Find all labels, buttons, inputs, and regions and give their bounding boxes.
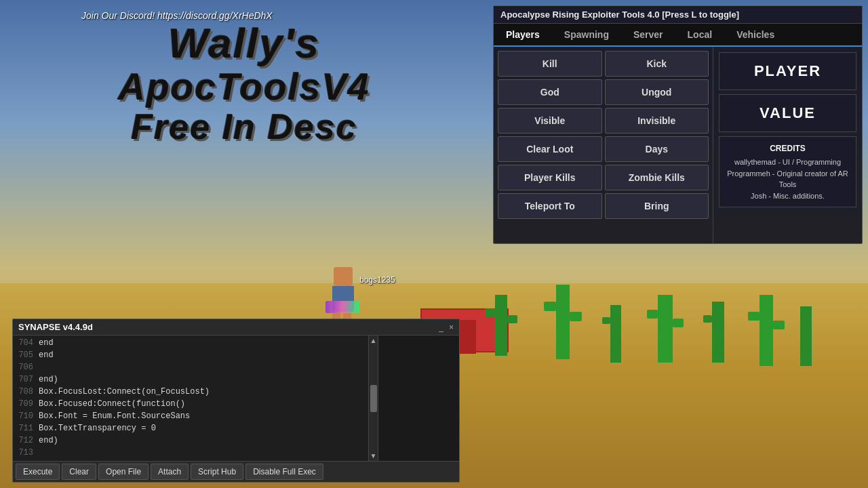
main-title: Wally's ApocToolsV4 Free In Desc [41,20,448,146]
code-line: 706 [13,361,368,373]
synapse-execute-button[interactable]: Execute [16,464,60,480]
code-line: 705 end [13,349,368,361]
code-editor[interactable]: 704 end705 end706707end)708Box.FocusLost… [13,336,368,461]
exploiter-kick-button[interactable]: Kick [605,51,709,77]
exploiter-tabs: PlayersSpawningServerLocalVehicles [494,24,862,47]
synapse-toolbar: ExecuteClearOpen FileAttachScript HubDis… [13,461,459,482]
exploiter-days-button[interactable]: Days [605,136,709,162]
exploiter-god-button[interactable]: God [498,79,602,105]
code-line: 712end) [13,434,368,447]
synapse-titlebar: SYNAPSE v4.4.9d _ × [13,319,459,336]
value-display: VALUE [719,94,856,132]
synapse-body: 704 end705 end706707end)708Box.FocusLost… [13,336,459,461]
tab-vehicles[interactable]: Vehicles [724,24,787,45]
cactus-3 [610,305,621,363]
code-line: 711 Box.TextTransparency = 0 [13,422,368,434]
credits-title: CREDITS [725,142,850,155]
scroll-up-arrow[interactable]: ▲ [370,337,377,344]
tab-server[interactable]: Server [621,24,675,45]
code-line: 713 [13,447,368,459]
exploiter-visible-button[interactable]: Visible [498,108,602,134]
exploiter-zombie-kills-button[interactable]: Zombie Kills [605,165,709,190]
exploiter-player-kills-button[interactable]: Player Kills [498,165,602,190]
tab-players[interactable]: Players [494,24,552,47]
cactus-6 [760,295,773,366]
synapse-disable-full-exec-button[interactable]: Disable Full Exec [245,464,323,480]
cactus-4 [658,295,673,363]
username-label: bogs1235 [359,275,395,285]
credit-line: Programmeh - Original creator of AR Tool… [725,168,850,190]
synapse-attach-button[interactable]: Attach [151,464,189,480]
synapse-window-controls: _ × [439,323,454,332]
exploiter-title: Apocalypse Rising Exploiter Tools 4.0 [P… [494,6,862,24]
exploiter-content: KillKickGodUngodVisibleInvisibleClear Lo… [494,47,862,243]
tab-local[interactable]: Local [675,24,725,45]
code-line: 707end) [13,373,368,386]
title-line3: Free In Desc [41,108,448,146]
exploiter-bring-button[interactable]: Bring [605,193,709,219]
exploiter-kill-button[interactable]: Kill [498,51,602,77]
code-line: 710 Box.Font = Enum.Font.SourceSans [13,410,368,422]
synapse-script-hub-button[interactable]: Script Hub [191,464,243,480]
synapse-open-file-button[interactable]: Open File [98,464,149,480]
code-line: 704 end [13,337,368,349]
cactus-5 [712,302,724,363]
player-character [332,267,354,327]
exploiter-clear-loot-button[interactable]: Clear Loot [498,136,602,162]
title-line2: ApocToolsV4 [41,66,448,108]
cactus-7 [800,306,812,366]
code-line: 714ESPOBJF.Parent = CoreGui [13,459,368,461]
credits-lines: wallythemad - UI / ProgrammingProgrammeh… [725,157,850,201]
credit-line: wallythemad - UI / Programming [725,157,850,168]
exploiter-panel: Apocalypse Rising Exploiter Tools 4.0 [P… [493,5,863,244]
exploiter-ungod-button[interactable]: Ungod [605,79,709,105]
cactus-2 [556,285,570,359]
exploiter-teleport-to-button[interactable]: Teleport To [498,193,602,219]
tab-spawning[interactable]: Spawning [552,24,621,45]
scroll-down-arrow[interactable]: ▼ [370,452,377,460]
exploiter-invisible-button[interactable]: Invisible [605,108,709,134]
cactus-1 [495,295,507,356]
code-line: 709Box.Focused:Connect(function() [13,398,368,410]
synapse-title: SYNAPSE v4.4.9d [18,322,93,332]
player-value-display: PLAYER [719,52,856,90]
scroll-thumb[interactable] [370,385,377,412]
output-area [378,336,459,461]
exploiter-buttons-grid: KillKickGodUngodVisibleInvisibleClear Lo… [494,47,713,243]
credits-area: CREDITS wallythemad - UI / ProgrammingPr… [719,136,856,207]
close-button[interactable]: × [449,323,454,332]
synapse-window: SYNAPSE v4.4.9d _ × 704 end705 end706707… [12,319,460,483]
minimize-button[interactable]: _ [439,323,443,332]
title-line1: Wally's [41,20,448,66]
scrollbar[interactable]: ▲ ▼ [368,336,378,461]
code-line: 708Box.FocusLost:Connect(on_FocusLost) [13,386,368,398]
credit-line: Josh - Misc. additions. [725,190,850,202]
synapse-clear-button[interactable]: Clear [62,464,96,480]
exploiter-info-area: PLAYER VALUE CREDITS wallythemad - UI / … [713,47,862,243]
